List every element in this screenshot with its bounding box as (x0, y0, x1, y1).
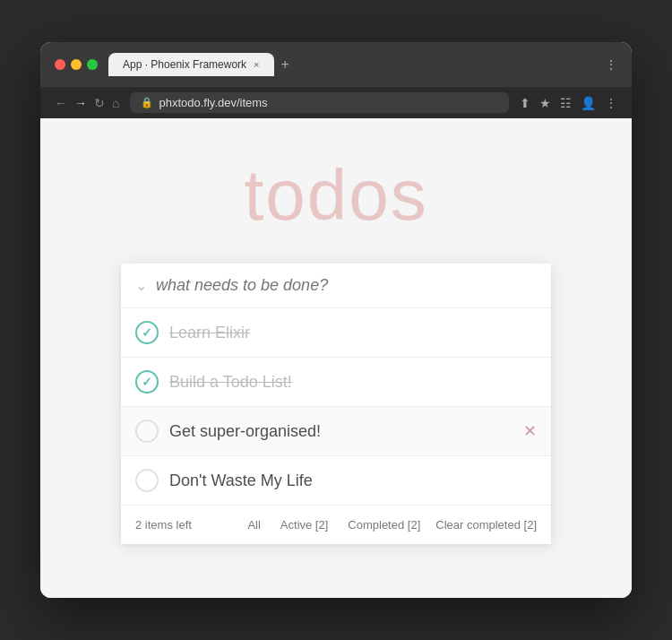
browser-actions: ⬆ ★ ☷ 👤 ⋮ (520, 96, 617, 110)
clear-completed-button[interactable]: Clear completed [2] (435, 518, 537, 532)
menu-icon[interactable]: ⋮ (605, 96, 617, 110)
tab-bar: App · Phoenix Framework × + (108, 53, 594, 76)
new-tab-button[interactable]: + (281, 56, 289, 73)
browser-chrome: App · Phoenix Framework × + ⋮ ← → ↻ ⌂ 🔒 … (40, 42, 632, 118)
todo-input-row: ⌄ (121, 264, 551, 308)
todo-checkbox-2[interactable]: ✓ (135, 370, 159, 394)
back-button[interactable]: ← (55, 96, 67, 110)
filter-completed-link[interactable]: Completed [2] (340, 515, 428, 535)
todo-checkbox-3[interactable] (135, 419, 159, 443)
todo-text-4: Don't Waste My Life (169, 471, 313, 490)
todo-item: Get super-organised! ✕ (121, 407, 551, 456)
close-button[interactable] (55, 59, 65, 70)
todo-checkbox-4[interactable] (135, 469, 159, 492)
checkmark-icon-1: ✓ (142, 325, 152, 340)
maximize-button[interactable] (87, 59, 98, 70)
reader-icon[interactable]: ☷ (560, 96, 572, 110)
todo-new-input[interactable] (156, 276, 537, 295)
browser-window: App · Phoenix Framework × + ⋮ ← → ↻ ⌂ 🔒 … (40, 42, 632, 598)
home-button[interactable]: ⌂ (112, 96, 119, 110)
filter-all-link[interactable]: All (239, 515, 268, 535)
todo-card: ⌄ ✓ Learn Elixir ✓ Build a Todo List! (121, 264, 551, 544)
delete-todo-3-button[interactable]: ✕ (523, 421, 537, 441)
todo-text-1: Learn Elixir (169, 324, 250, 342)
address-field[interactable]: 🔒 phxtodo.fly.dev/items (130, 92, 509, 113)
minimize-button[interactable] (71, 59, 82, 70)
todo-footer: 2 items left All Active [2] Completed [2… (121, 506, 551, 544)
tab-title: App · Phoenix Framework (123, 58, 246, 71)
browser-more-icon[interactable]: ⋮ (605, 57, 617, 72)
filter-active-link[interactable]: Active [2] (272, 515, 336, 535)
lock-icon: 🔒 (141, 97, 153, 108)
address-text: phxtodo.fly.dev/items (159, 96, 267, 109)
tab-close-icon[interactable]: × (254, 59, 259, 70)
todo-item: Don't Waste My Life (121, 456, 551, 506)
profile-icon[interactable]: 👤 (581, 96, 596, 110)
forward-button[interactable]: → (74, 96, 87, 110)
todo-text-2: Build a Todo List! (169, 373, 292, 392)
reload-button[interactable]: ↻ (94, 96, 105, 110)
app-title: todos (244, 154, 428, 237)
checkmark-icon-2: ✓ (142, 375, 152, 389)
todo-checkbox-1[interactable]: ✓ (135, 321, 159, 344)
chevron-down-icon[interactable]: ⌄ (135, 277, 147, 294)
browser-titlebar: App · Phoenix Framework × + ⋮ (40, 42, 632, 87)
todo-item: ✓ Build a Todo List! (121, 358, 551, 407)
items-left-count: 2 items left (135, 518, 239, 532)
filter-links: All Active [2] Completed [2] (239, 515, 428, 535)
nav-buttons: ← → ↻ ⌂ (55, 96, 119, 110)
todo-text-3: Get super-organised! (169, 422, 321, 441)
traffic-lights (55, 59, 98, 70)
address-bar: ← → ↻ ⌂ 🔒 phxtodo.fly.dev/items ⬆ ★ ☷ 👤 … (40, 87, 632, 118)
share-icon[interactable]: ⬆ (520, 96, 530, 110)
browser-tab[interactable]: App · Phoenix Framework × (108, 53, 274, 76)
bookmark-icon[interactable]: ★ (539, 96, 551, 110)
todo-item: ✓ Learn Elixir (121, 308, 551, 358)
page-content: todos ⌄ ✓ Learn Elixir ✓ Build a Todo Li… (40, 118, 632, 598)
